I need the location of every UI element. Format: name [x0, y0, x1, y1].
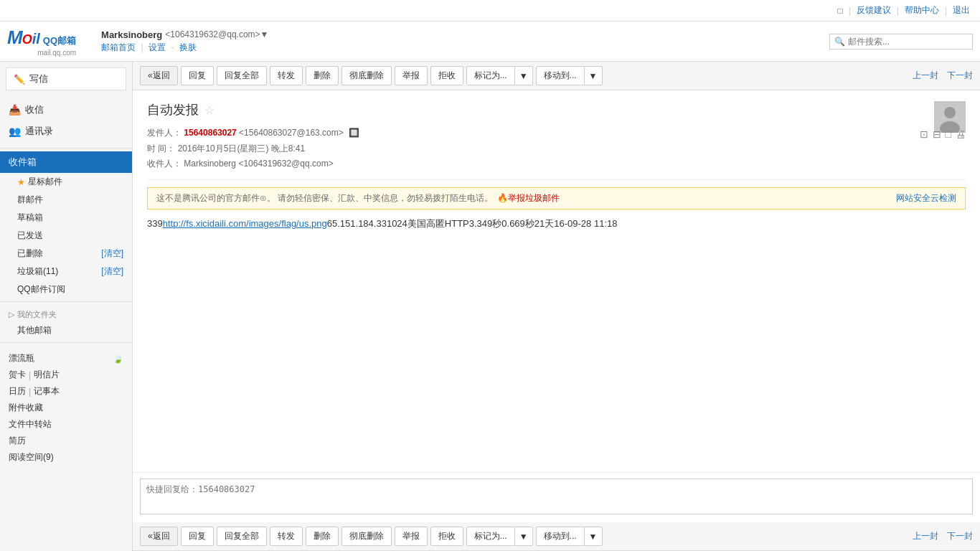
- quick-reply-input[interactable]: [140, 479, 973, 514]
- postcards-label[interactable]: 明信片: [34, 369, 60, 381]
- sidebar-item-driftbottle[interactable]: 漂流瓶 🍃: [0, 350, 132, 367]
- reply-all-button[interactable]: 回复全部: [217, 66, 267, 85]
- next-email-link[interactable]: 下一封: [947, 70, 973, 82]
- delete-button[interactable]: 删除: [306, 66, 339, 85]
- quick-reply-area: [133, 472, 980, 522]
- forward-button[interactable]: 转发: [270, 66, 303, 85]
- subscription-label: QQ邮件订阅: [17, 283, 65, 296]
- sidebar-item-starred[interactable]: ★ 星标邮件: [0, 173, 132, 191]
- meta-icon-4[interactable]: 🖨: [956, 126, 966, 143]
- mark-dropdown-button[interactable]: ▼: [515, 66, 533, 85]
- sidebar-item-group[interactable]: 群邮件: [0, 191, 132, 209]
- spam-warning-left: 这不是腾讯公司的官方邮件⊙。 请勿轻信密保、汇款、中奖信息，勿轻易拨打陌生电话。…: [156, 192, 560, 204]
- inbox-nav-label: 收信: [25, 103, 44, 116]
- nav-settings-link[interactable]: 设置: [149, 42, 166, 52]
- bottom-mark-button[interactable]: 标记为...: [466, 527, 515, 546]
- compose-button[interactable]: ✏️ 写信: [6, 67, 126, 90]
- contacts-label: 通讯录: [25, 125, 53, 138]
- sidebar: ✏️ 写信 📥 收信 👥 通讯录 收件箱 ★ 星标邮件 群邮件: [0, 62, 133, 551]
- spam-report-link[interactable]: 🔥举报垃圾邮件: [497, 192, 560, 204]
- sidebar-item-deleted[interactable]: 已删除 [清空]: [0, 245, 132, 263]
- sidebar-item-subscription[interactable]: QQ邮件订阅: [0, 281, 132, 298]
- sidebar-item-resume[interactable]: 简历: [0, 433, 132, 449]
- spam-cloud-check-link[interactable]: 网站安全云检测: [896, 192, 956, 204]
- sidebar-item-other-mailbox[interactable]: 其他邮箱: [0, 321, 132, 339]
- bottom-reply-all-button[interactable]: 回复全部: [217, 527, 267, 546]
- toolbar-nav-buttons: 上一封 下一封: [913, 70, 973, 82]
- sender-row: 发件人： 15640863027 <15640863027@163.com> 🔲: [147, 126, 923, 141]
- search-box[interactable]: 🔍: [829, 34, 973, 50]
- deleted-action[interactable]: [清空]: [101, 248, 123, 260]
- sidebar-item-inbox-nav[interactable]: 📥 收信: [0, 99, 132, 121]
- bottom-reject-button[interactable]: 拒收: [430, 527, 463, 546]
- trash-action[interactable]: [清空]: [101, 265, 123, 278]
- back-button[interactable]: «返回: [140, 66, 178, 85]
- user-info: Marksinoberg <1064319632@qq.com>▼ 邮箱首页 |…: [90, 29, 829, 54]
- sidebar-item-attachments[interactable]: 附件收藏: [0, 400, 132, 416]
- meta-icon-1[interactable]: ⊡: [920, 126, 928, 143]
- group-label: 群邮件: [17, 194, 43, 206]
- bottom-permanent-delete-button[interactable]: 彻底删除: [341, 527, 392, 546]
- email-address[interactable]: <1064319632@qq.com>▼: [165, 29, 268, 39]
- sidebar-item-drafts[interactable]: 草稿箱: [0, 209, 132, 227]
- feedback-link[interactable]: 反馈建议: [857, 4, 891, 17]
- top-email-toolbar: «返回 回复 回复全部 转发 删除 彻底删除 举报 拒收 标记为... ▼ 移动…: [133, 62, 980, 90]
- recipient-value: Marksinoberg <1064319632@qq.com>: [184, 159, 333, 169]
- sender-name[interactable]: 15640863027: [184, 128, 236, 138]
- time-row: 时 间： 2016年10月5日(星期三) 晚上8:41: [147, 141, 923, 157]
- reject-button[interactable]: 拒收: [430, 66, 463, 85]
- bottom-reply-button[interactable]: 回复: [181, 527, 214, 546]
- move-button[interactable]: 移动到...: [536, 66, 585, 85]
- meta-icon-3[interactable]: □: [946, 126, 951, 143]
- search-input[interactable]: [848, 37, 959, 47]
- body-link[interactable]: http://fs.xicidaili.com/images/flag/us.p…: [163, 218, 327, 229]
- bottom-prev-email-link[interactable]: 上一封: [913, 530, 938, 542]
- sidebar-item-contacts[interactable]: 👥 通讯录: [0, 121, 132, 142]
- bottom-back-button[interactable]: «返回: [140, 527, 178, 546]
- main-layout: ✏️ 写信 📥 收信 👥 通讯录 收件箱 ★ 星标邮件 群邮件: [0, 62, 980, 551]
- calendar-label[interactable]: 日历: [9, 385, 26, 397]
- nav-home-link[interactable]: 邮箱首页: [101, 42, 136, 52]
- logout-link[interactable]: 退出: [953, 4, 970, 17]
- reply-button[interactable]: 回复: [181, 66, 214, 85]
- bottom-report-button[interactable]: 举报: [395, 527, 428, 546]
- meta-icon-2[interactable]: ⊟: [933, 126, 941, 143]
- sidebar-item-reading-space[interactable]: 阅读空间(9): [0, 449, 132, 466]
- bottom-move-dropdown-button[interactable]: ▼: [585, 527, 603, 546]
- sidebar-item-inbox[interactable]: 收件箱: [0, 151, 132, 173]
- help-link[interactable]: 帮助中心: [905, 4, 939, 17]
- star-icon[interactable]: ☆: [204, 103, 215, 117]
- logo-domain: mail.qq.com: [37, 49, 76, 57]
- bottom-next-email-link[interactable]: 下一封: [947, 530, 973, 542]
- star-icon: ★: [17, 177, 25, 187]
- sidebar-item-trash[interactable]: 垃圾箱(11) [清空]: [0, 263, 132, 281]
- bottom-mark-dropdown-button[interactable]: ▼: [515, 527, 533, 546]
- sidebar-item-transfer[interactable]: 文件中转站: [0, 416, 132, 433]
- sidebar-calendar-row: 日历 | 记事本: [0, 383, 132, 400]
- compose-icon: ✏️: [14, 74, 25, 85]
- notes-label[interactable]: 记事本: [34, 385, 60, 397]
- nav-skin-link[interactable]: 换肤: [179, 42, 197, 52]
- report-button[interactable]: 举报: [395, 66, 428, 85]
- email-content-area: «返回 回复 回复全部 转发 删除 彻底删除 举报 拒收 标记为... ▼ 移动…: [133, 62, 980, 551]
- move-dropdown-button[interactable]: ▼: [585, 66, 603, 85]
- bottom-forward-button[interactable]: 转发: [270, 527, 303, 546]
- bottom-delete-button[interactable]: 删除: [306, 527, 339, 546]
- sidebar-group-my-folders[interactable]: ▷ 我的文件夹: [0, 305, 132, 321]
- mark-button[interactable]: 标记为...: [466, 66, 515, 85]
- permanent-delete-button[interactable]: 彻底删除: [341, 66, 392, 85]
- sidebar-item-sent[interactable]: 已发送: [0, 227, 132, 245]
- search-icon: 🔍: [834, 37, 845, 47]
- bottom-toolbar-left-buttons: «返回 回复 回复全部 转发 删除 彻底删除 举报 拒收 标记为... ▼ 移动…: [140, 527, 603, 546]
- sender-info-icon[interactable]: 🔲: [349, 128, 359, 138]
- email-subject-line: 自动发报 ☆: [147, 101, 966, 118]
- folder-arrow-icon: ▷: [9, 310, 14, 319]
- cards-label[interactable]: 贺卡: [9, 369, 26, 381]
- bottom-move-button[interactable]: 移动到...: [536, 527, 585, 546]
- top-navigation-bar: □ | 反馈建议 | 帮助中心 | 退出: [0, 0, 980, 22]
- attachments-label: 附件收藏: [9, 402, 43, 414]
- prev-email-link[interactable]: 上一封: [913, 70, 938, 82]
- sidebar-divider-3: [0, 342, 132, 343]
- svg-point-1: [944, 107, 956, 118]
- resume-label: 简历: [9, 435, 26, 447]
